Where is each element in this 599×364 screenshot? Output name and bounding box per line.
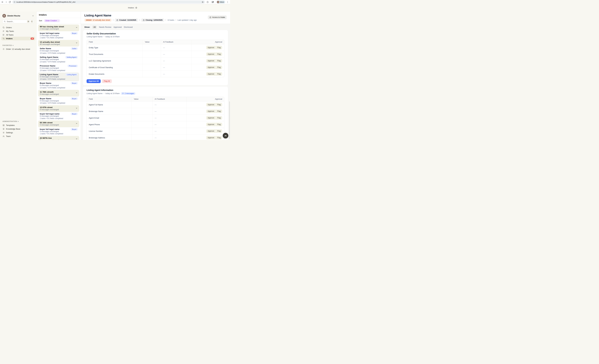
flag-button[interactable]: Flag (216, 123, 222, 126)
favorites-section-toggle[interactable]: FAVORITES ▾ (1, 44, 35, 46)
intake-list-panel: Intakes Sort Order Creation↓ 99 has clos… (36, 11, 81, 140)
sidebar-item-orders[interactable]: Orders (1, 26, 35, 29)
favorite-page-star-icon[interactable] (135, 7, 137, 9)
field-name: Estate Documents (87, 71, 143, 77)
approve-all-button[interactable]: Approve All (87, 79, 101, 83)
col-approval: Approval (186, 97, 224, 101)
flag-button[interactable]: Flag (216, 59, 222, 62)
workspace-switcher[interactable]: D Dimitri Roche (1, 13, 35, 20)
approve-button[interactable]: Approve (206, 129, 216, 133)
flag-button[interactable]: Flag (216, 72, 222, 76)
approve-button[interactable]: Approve (206, 136, 216, 139)
address-group[interactable]: 12 67th street 8 messages exchanged (38, 105, 79, 112)
sidebar-item-settings[interactable]: Settings (1, 131, 35, 134)
flag-all-button[interactable]: Flag All (102, 79, 112, 83)
list-item[interactable]: Processor Name Processor 8 messages exch… (38, 64, 79, 72)
sidebar-item-label: Orders (6, 27, 34, 29)
section-listing-agent-information: Listing Agent Information Listing Agent … (83, 87, 228, 140)
flag-button[interactable]: Flag (216, 136, 222, 139)
approve-button[interactable]: Approve (206, 66, 216, 69)
address-bar[interactable]: localhost:3000/dimi-lm3/processor/intake… (12, 0, 205, 3)
address-group[interactable]: 12 actually due street 40 messages excha… (38, 40, 79, 47)
flag-button[interactable]: Flag (216, 129, 222, 133)
role-badge: Processor (68, 65, 78, 67)
address-group[interactable]: 55 34th street 5 messages exchanged (38, 121, 79, 127)
sidebar-item-templates[interactable]: Templates (1, 124, 35, 127)
list-item[interactable]: Seller Name Seller 8 messages exchanged … (38, 46, 79, 55)
address-group[interactable]: 99 has closing date street 2 messages ex… (38, 25, 79, 31)
approve-button[interactable]: Approve (206, 59, 216, 62)
search-input[interactable]: Search... ⌘ K (2, 20, 34, 23)
table-header-row: Field Value AI Feedback Approval (87, 40, 224, 44)
filter-approved[interactable]: Approved (114, 26, 122, 28)
group-subtitle: 5 messages exchanged (40, 124, 75, 126)
group-subtitle: 2 messages exchanged (40, 28, 75, 30)
ai-feedback: — (161, 57, 191, 64)
approve-flag-control: ApproveFlag (206, 59, 222, 62)
ai-assistant-button[interactable]: AI (223, 133, 228, 138)
address-group[interactable]: 11 78th streeth 9 messages exchanged (38, 90, 79, 97)
scrollbar-thumb[interactable] (229, 101, 230, 139)
bookmark-star-icon[interactable] (202, 1, 204, 3)
filter-dismissed[interactable]: Dismissed (124, 26, 133, 28)
sidebar-item-my-tasks[interactable]: My Tasks (1, 29, 35, 33)
sidebar-item-knowledge-base[interactable]: Knowledge Base (1, 127, 35, 131)
sort-selector[interactable]: Order Creation↓ (44, 19, 60, 22)
filter-needs-review[interactable]: Needs Review (99, 26, 111, 28)
approve-button[interactable]: Approve (206, 52, 216, 56)
favorite-order-item[interactable]: Order: 12 actually due street (1, 47, 35, 51)
site-info-icon[interactable] (14, 1, 15, 3)
approve-flag-control: ApproveFlag (206, 116, 222, 120)
approve-flag-control: ApproveFlag (206, 123, 222, 126)
approve-button[interactable]: Approve (206, 72, 216, 76)
approve-button[interactable]: Approve (206, 116, 216, 120)
messages-line: 8 messages exchanged (40, 58, 78, 61)
approve-button[interactable]: Approve (206, 109, 216, 113)
side-panel-search-icon[interactable] (211, 1, 214, 3)
sidebar-item-intakes[interactable]: Intakes 30 (1, 37, 35, 40)
list-item[interactable]: Selling Agent Name Selling Agent 8 messa… (38, 55, 79, 64)
approve-flag-control: ApproveFlag (206, 109, 222, 113)
flag-button[interactable]: Flag (216, 116, 222, 120)
field-name: Agent Full Name (87, 101, 132, 108)
breadcrumb: Intakes (128, 7, 134, 9)
field-name: Agent Phone (87, 121, 132, 128)
browser-menu-icon[interactable] (226, 1, 229, 3)
list-item-selected[interactable]: Listing Agent Name Listing Agent 8 messa… (38, 72, 79, 81)
list-item[interactable]: buyer full legal name Buyer 5 messages e… (38, 127, 79, 136)
favorite-label: Order: 12 actually due street (6, 48, 34, 50)
list-item[interactable]: Buyer Name Buyer 9 messages exchanged 13… (38, 97, 79, 105)
messages-chip[interactable]: 2 messages (121, 92, 135, 95)
group-subtitle: 8 messages exchanged (40, 109, 75, 111)
back-icon[interactable] (1, 1, 4, 3)
flag-button[interactable]: Flag (216, 109, 222, 113)
flag-button[interactable]: Flag (216, 66, 222, 69)
reload-icon[interactable] (9, 1, 11, 3)
list-item[interactable]: Buyer Name Buyer 8 messages exchanged 13… (38, 81, 79, 90)
approve-button[interactable]: Approve (206, 123, 216, 126)
access-to-intake-button[interactable]: Access to Intake (208, 15, 227, 19)
sidebar-item-team[interactable]: Team (1, 134, 35, 138)
app-header-bar: Intakes (0, 4, 230, 11)
approve-button[interactable]: Approve (206, 46, 216, 49)
field-value (132, 108, 152, 115)
section-title: Seller Entity Documentation (87, 32, 224, 35)
external-link-icon (209, 17, 211, 18)
approve-button[interactable]: Approve (206, 103, 216, 107)
list-item[interactable]: buyer full legal name Buyer 8 messages e… (38, 112, 79, 121)
sidebar-item-all-tasks[interactable]: All Tasks (1, 33, 35, 37)
browser-profile-chip[interactable]: D Work (217, 0, 225, 3)
group-title: 11 78th streeth (40, 91, 75, 93)
filter-all[interactable]: All (92, 26, 97, 29)
flag-button[interactable]: Flag (216, 46, 222, 49)
extensions-icon[interactable] (206, 1, 209, 3)
flag-button[interactable]: Flag (216, 103, 222, 107)
forward-icon[interactable] (5, 1, 7, 3)
show-label: Show: (84, 26, 90, 28)
list-item[interactable]: buyer full legal name Buyer 2 messages e… (38, 31, 79, 40)
address-group[interactable]: 22 687th Ave 8 messages exchanged (38, 136, 79, 140)
sort-label: Sort (39, 20, 42, 22)
flag-button[interactable]: Flag (216, 52, 222, 56)
administration-section-toggle[interactable]: ADMINISTRATION ▾ (1, 121, 35, 122)
task-list-icon (2, 34, 5, 36)
